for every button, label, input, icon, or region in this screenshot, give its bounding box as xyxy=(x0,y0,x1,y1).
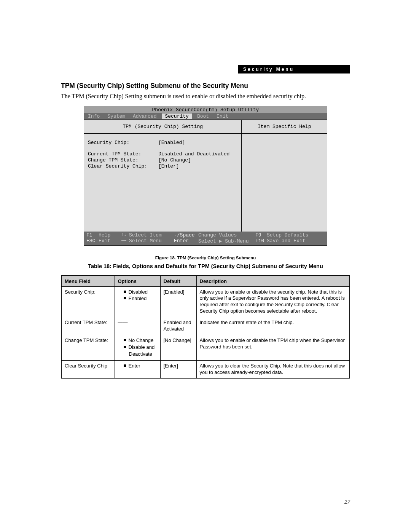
bios-right-header: Item Specific Help xyxy=(242,120,327,134)
cell-options: —— xyxy=(115,317,160,335)
cell-default: [Enabled] xyxy=(160,286,196,317)
bios-field-value: [Enabled] xyxy=(158,140,185,145)
bios-tab-advanced: Advanced xyxy=(129,113,160,119)
bios-field-value: [Enter] xyxy=(158,163,179,169)
cell-options: Enter xyxy=(115,360,160,378)
bios-field-label: Current TPM State: xyxy=(88,151,158,157)
cell-description: Indicates the current state of the TPM c… xyxy=(196,317,350,335)
bios-exit-label: Exit xyxy=(99,238,121,244)
bios-footer: F1 Help ↑↓ Select Item -/Space Change Va… xyxy=(84,232,327,246)
bios-tab-exit: Exit xyxy=(213,113,232,119)
bios-key-f10: F10 xyxy=(255,238,267,244)
table-row: Security Chip:DisabledEnabled[Enabled]Al… xyxy=(61,286,350,317)
bios-field-label: Clear Security Chip: xyxy=(88,163,158,169)
bios-key-leftright: ←→ xyxy=(121,238,129,244)
page-number: 27 xyxy=(344,499,350,505)
bios-field-label: Security Chip: xyxy=(88,140,158,145)
bios-key-updown: ↑↓ xyxy=(121,232,129,238)
table-header: Description xyxy=(196,276,350,287)
bios-tab-info: Info xyxy=(84,113,104,119)
bios-key-f9: F9 xyxy=(255,232,267,238)
cell-menu-field: Current TPM State: xyxy=(61,317,115,335)
bios-tab-system: System xyxy=(104,113,129,119)
header-section-label: Security Menu xyxy=(238,65,350,73)
bios-field-value: [No Change] xyxy=(158,157,191,163)
bios-screenshot: Phoenix SecureCore(tm) Setup Utility Inf… xyxy=(84,106,327,246)
table-header: Menu Field xyxy=(61,276,115,287)
bios-help-label: Help xyxy=(99,232,121,238)
cell-options: No ChangeDisable andDeactivate xyxy=(115,335,160,360)
table-header: Default xyxy=(160,276,196,287)
cell-description: Allows you to clear the Security Chip. N… xyxy=(196,360,350,378)
table-header: Options xyxy=(115,276,160,287)
bios-left-header: TPM (Security Chip) Setting xyxy=(84,120,241,134)
table-row: Change TPM State:No ChangeDisable andDea… xyxy=(61,335,350,360)
cell-default: [No Change] xyxy=(160,335,196,360)
bios-field-label: Change TPM State: xyxy=(88,157,158,163)
bios-key-space: -/Space xyxy=(174,232,198,238)
bios-key-f1: F1 xyxy=(86,232,99,238)
bios-select-menu-label: Select Menu xyxy=(129,238,174,244)
cell-menu-field: Security Chip: xyxy=(61,286,115,317)
table-caption: Table 18: Fields, Options and Defaults f… xyxy=(61,263,350,269)
bios-tab-bar: InfoSystemAdvancedSecurityBootExit xyxy=(84,113,327,120)
bios-field-row: Clear Security Chip:[Enter] xyxy=(88,163,237,169)
bios-select-item-label: Select Item xyxy=(129,232,174,238)
bios-change-values-label: Change Values xyxy=(198,232,255,238)
bios-key-esc: ESC xyxy=(86,238,99,244)
table-row: Current TPM State:——Enabled and Activate… xyxy=(61,317,350,335)
cell-description: Allows you to enable or disable the secu… xyxy=(196,286,350,317)
section-description: The TPM (Security Chip) Setting submenu … xyxy=(61,92,350,101)
section-title: TPM (Security Chip) Setting Submenu of t… xyxy=(61,82,350,90)
cell-menu-field: Change TPM State: xyxy=(61,335,115,360)
figure-caption: Figure 18. TPM (Security Chip) Setting S… xyxy=(61,256,350,260)
bios-field-value: Disabled and Deactivated xyxy=(158,151,229,157)
bios-fields: Security Chip:[Enabled]Current TPM State… xyxy=(84,134,241,176)
cell-menu-field: Clear Security Chip xyxy=(61,360,115,378)
cell-default: [Enter] xyxy=(160,360,196,378)
cell-default: Enabled and Activated xyxy=(160,317,196,335)
bios-save-exit-label: Save and Exit xyxy=(267,238,325,244)
bios-title: Phoenix SecureCore(tm) Setup Utility xyxy=(84,106,327,113)
cell-options: DisabledEnabled xyxy=(115,286,160,317)
bios-key-enter: Enter xyxy=(174,238,198,244)
bios-tab-security: Security xyxy=(162,113,191,119)
bios-setup-defaults-label: Setup Defaults xyxy=(267,232,325,238)
bios-field-row: Current TPM State:Disabled and Deactivat… xyxy=(88,151,237,157)
bios-select-submenu-label: Select ▶ Sub-Menu xyxy=(198,238,255,244)
table-row: Clear Security ChipEnter[Enter]Allows yo… xyxy=(61,360,350,378)
options-table: Menu FieldOptionsDefaultDescription Secu… xyxy=(61,275,350,379)
bios-field-row: Change TPM State:[No Change] xyxy=(88,157,237,163)
cell-description: Allows you to enable or disable the TPM … xyxy=(196,335,350,360)
bios-tab-boot: Boot xyxy=(193,113,213,119)
bios-field-row: Security Chip:[Enabled] xyxy=(88,140,237,145)
